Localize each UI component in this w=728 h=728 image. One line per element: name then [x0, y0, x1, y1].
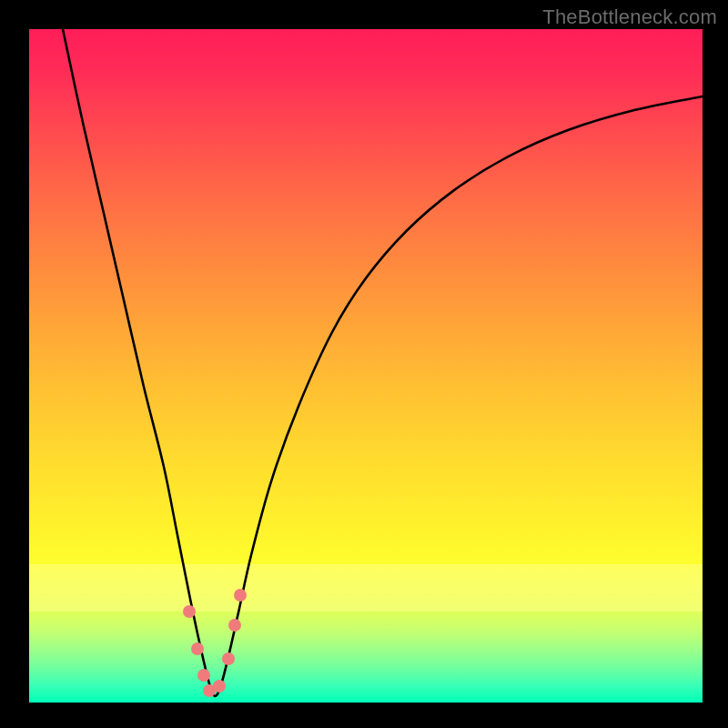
highlight-dot	[191, 642, 204, 655]
highlight-dot	[234, 589, 247, 602]
highlight-dot	[197, 669, 210, 682]
watermark-text: TheBottleneck.com	[542, 5, 717, 29]
chart-frame: TheBottleneck.com	[0, 0, 728, 728]
highlight-dot	[228, 619, 241, 632]
bottleneck-curve	[63, 29, 703, 696]
highlight-dot	[222, 652, 235, 665]
highlight-dot	[183, 605, 196, 618]
highlight-dot	[213, 680, 226, 693]
curve-svg	[29, 29, 703, 703]
plot-area	[29, 29, 703, 703]
